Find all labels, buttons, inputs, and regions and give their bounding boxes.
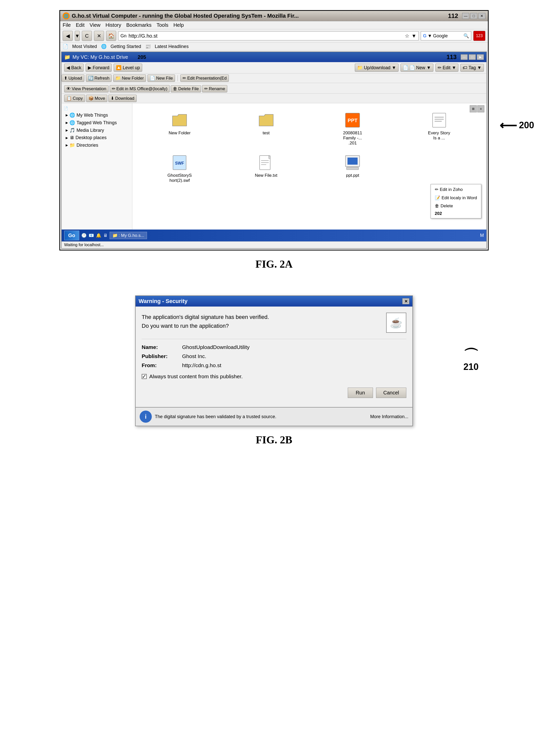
bookmark-most-visited[interactable]: Most Visited — [72, 44, 97, 49]
edit-btn[interactable]: ✏ Edit ▼ — [435, 64, 459, 72]
run-button[interactable]: Run — [348, 388, 373, 398]
star-icon[interactable]: ☆ — [405, 33, 409, 39]
dropdown-icon[interactable]: ▼ — [411, 33, 416, 39]
detail-row-from: From: http://cdn.g.ho.st — [142, 362, 406, 368]
search-icon[interactable]: 🔍 — [463, 33, 469, 39]
back-btn[interactable]: ◀ Back — [64, 64, 84, 72]
file-item-new-folder[interactable]: New Folder — [138, 109, 221, 148]
tagged-icon: 🌐 — [69, 120, 75, 125]
delete-file-btn[interactable]: 🗑 Delete File — [171, 85, 201, 92]
home-button[interactable]: 🏠 — [106, 31, 116, 41]
taskbar-icon3: 🔔 — [96, 233, 101, 238]
bookmark-getting-started[interactable]: Getting Started — [111, 44, 141, 49]
menu-help[interactable]: Help — [173, 22, 184, 28]
dir-icon: 📁 — [69, 142, 75, 148]
taskbar-fm-item[interactable]: 📁 : My G.ho.s... — [110, 232, 147, 239]
menu-bookmarks[interactable]: Bookmarks — [126, 22, 152, 28]
menu-history[interactable]: History — [106, 22, 121, 28]
address-text[interactable]: http://G.ho.st — [129, 33, 403, 39]
file-item-test[interactable]: test — [225, 109, 308, 148]
file-item-20080811[interactable]: PPT 20080811Family -....201 — [311, 109, 394, 148]
fm-action-bar: ⬆ Upload 🔄 Refresh 📁 New Folder 📄 New Fi… — [62, 73, 486, 83]
fm-maximize2[interactable]: ▶ — [477, 54, 484, 60]
menu-tools[interactable]: Tools — [157, 22, 168, 28]
new-folder-btn[interactable]: 📁 New Folder — [113, 74, 146, 82]
minimize-button[interactable]: — — [462, 13, 469, 19]
fm-title: My VC: My G.ho.st Drive — [72, 54, 128, 60]
new-folder-file-label: New Folder — [169, 131, 191, 136]
edit-ms-label: Edit in MS Office@(locally) — [116, 86, 167, 91]
refresh-btn[interactable]: 🔄 Refresh — [86, 74, 112, 82]
edit-pres-label: Edit Presentation(Ed — [187, 76, 227, 81]
always-trust-row: ✓ Always trust content from this publish… — [142, 373, 406, 380]
updownload-btn[interactable]: 📁 Up/download ▼ — [355, 64, 398, 72]
fm-controls: — □ ▶ — [461, 54, 484, 60]
context-menu: ✏ Edit in Zoho 📝 Edit localy in Word 🗑 D… — [431, 184, 481, 218]
test-file-label: test — [263, 131, 269, 136]
sidebar-item-tagged-web-things[interactable]: ▶ 🌐 Tagged Web Things — [62, 119, 132, 127]
menu-view[interactable]: View — [90, 22, 101, 28]
grid-view-icon[interactable]: ⊞ — [470, 105, 477, 112]
folder-icon — [171, 111, 188, 129]
arrow-200: ⟵ — [500, 118, 517, 132]
edit-zoho-icon: ✏ — [435, 187, 438, 192]
security-dialog: Warning - Security ✕ The application's d… — [135, 295, 413, 426]
list-view-icon[interactable]: ≡ — [477, 105, 484, 112]
more-info-link[interactable]: More Information... — [370, 414, 408, 419]
always-trust-label: Always trust content from this publisher… — [149, 373, 243, 380]
addon-icon[interactable]: 123 — [473, 31, 485, 41]
copy-btn[interactable]: 📋 Copy — [64, 95, 85, 102]
search-input[interactable]: Google — [433, 33, 462, 39]
file-item-new-file-txt[interactable]: New File.txt — [225, 152, 308, 185]
dialog-close-btn[interactable]: ✕ — [402, 298, 409, 304]
menu-edit[interactable]: Edit — [76, 22, 84, 28]
close-button[interactable]: ✕ — [478, 13, 485, 19]
forward-btn[interactable]: ▶ Forward — [86, 64, 112, 72]
download-btn[interactable]: ⬇ Download — [108, 95, 137, 102]
move-btn[interactable]: 📦 Move — [86, 95, 108, 102]
edit-presentation-btn[interactable]: ✏ Edit Presentation(Ed — [180, 74, 229, 82]
sidebar-item-media-library[interactable]: ▶ 🎵 Media Library — [62, 127, 132, 134]
fm-content: 📄 ▶ 🌐 My Web Things ▶ 🌐 Tagged Web Thing… — [62, 103, 486, 230]
menu-file[interactable]: File — [63, 22, 71, 28]
new-btn[interactable]: 📄 📄 New ▼ — [401, 64, 433, 72]
view-pres-btn[interactable]: 👁 View Presentation — [64, 85, 109, 92]
stop-button[interactable]: ✕ — [94, 31, 104, 41]
levelup-btn[interactable]: 🔼 Level up — [114, 64, 142, 72]
context-delete[interactable]: 🗑 Delete — [431, 202, 481, 210]
file-item-every-story[interactable]: Every StoryIs a ... — [398, 109, 481, 148]
tag-btn[interactable]: 🏷 Tag ▼ — [460, 64, 484, 72]
txt-icon — [257, 154, 275, 171]
fm-maximize[interactable]: □ — [469, 54, 476, 60]
context-edit-zoho[interactable]: ✏ Edit in Zoho — [431, 185, 481, 194]
cancel-button[interactable]: Cancel — [376, 388, 406, 398]
detail-row-name: Name: GhostUploadDownloadUtility — [142, 344, 406, 350]
google-g-icon: G — [423, 33, 427, 39]
file-item-ghost-story[interactable]: SWF GhostStoryShort(2).swf — [138, 152, 221, 185]
dropdown-button[interactable]: ▼ — [75, 31, 80, 41]
bookmark-latest-headlines[interactable]: Latest Headlines — [155, 44, 189, 49]
reload-button[interactable]: C — [82, 31, 92, 41]
context-edit-word[interactable]: 📝 Edit localy in Word — [431, 194, 481, 202]
fm-minimize[interactable]: — — [461, 54, 468, 60]
google-dropdown[interactable]: ▼ — [428, 33, 432, 39]
expand-icon: ▶ — [66, 121, 68, 124]
always-trust-checkbox[interactable]: ✓ — [142, 374, 147, 379]
dialog-header-text: The application's digital signature has … — [142, 313, 381, 330]
new-file-btn[interactable]: 📄 New File — [147, 74, 175, 82]
upload-btn[interactable]: ⬆ Upload — [62, 74, 84, 82]
sidebar-item-desktop-places[interactable]: ▶ 🖥 Desktop places — [62, 134, 132, 141]
media-icon: 🎵 — [69, 128, 75, 133]
file-item-ppt-ppt[interactable]: ppt.ppt — [311, 152, 394, 185]
maximize-button[interactable]: □ — [470, 13, 477, 19]
browser-title: G.ho.st Virtual Computer - running the G… — [72, 13, 299, 19]
taskbar-icon2: 📧 — [89, 233, 94, 238]
fig2b-label: FIG. 2B — [256, 434, 292, 446]
new-folder-icon: 📁 — [115, 75, 121, 81]
sidebar-item-web-things[interactable]: ▶ 🌐 My Web Things — [62, 111, 132, 119]
edit-ms-office-btn[interactable]: ✏ Edit in MS Office@(locally) — [110, 85, 170, 92]
sidebar-item-directories[interactable]: ▶ 📁 Directories — [62, 141, 132, 149]
rename-btn[interactable]: ✏ Rename — [202, 85, 227, 92]
back-button[interactable]: ◀ — [63, 31, 73, 41]
start-btn[interactable]: Go — [64, 231, 79, 240]
